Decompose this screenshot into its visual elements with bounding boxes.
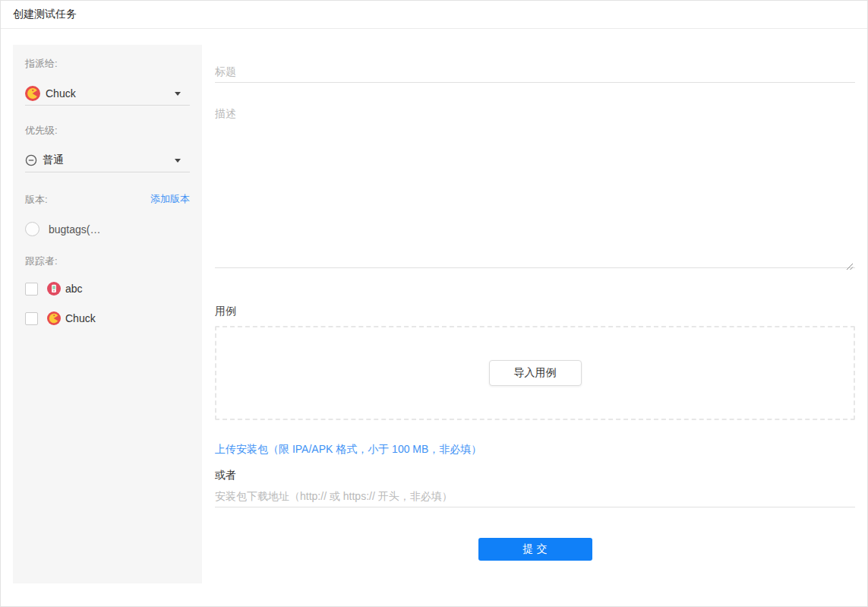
radio-unchecked-icon[interactable]	[25, 222, 39, 236]
package-url-input[interactable]	[215, 485, 855, 507]
circle-minus-icon	[25, 154, 37, 166]
assignee-label: 指派给:	[25, 58, 190, 68]
priority-select[interactable]: 普通	[25, 149, 190, 172]
checkbox-unchecked-icon[interactable]	[25, 312, 38, 325]
priority-value: 普通	[43, 153, 64, 167]
version-option-row[interactable]: bugtags(…	[25, 222, 190, 236]
or-label: 或者	[215, 469, 855, 480]
usecase-dropzone: 导入用例	[215, 326, 855, 420]
checkbox-unchecked-icon[interactable]	[25, 283, 38, 296]
import-usecase-button[interactable]: 导入用例	[489, 360, 582, 386]
assignee-select[interactable]: Chuck	[25, 82, 190, 106]
usecase-label: 用例	[215, 305, 855, 316]
title-input[interactable]	[215, 60, 855, 83]
device-avatar-icon	[47, 282, 61, 296]
follower-row-chuck[interactable]: Chuck	[25, 311, 190, 325]
task-form: 用例 导入用例 上传安装包（限 IPA/APK 格式，小于 100 MB，非必填…	[202, 45, 855, 583]
description-textarea[interactable]	[215, 103, 855, 268]
sidebar: 指派给: Chuck 优先级:	[13, 45, 202, 583]
resize-grip-icon[interactable]	[846, 260, 854, 267]
add-version-link[interactable]: 添加版本	[150, 192, 190, 206]
create-test-task-page: 创建测试任务 指派给: Chuck 优先级:	[0, 0, 868, 607]
followers-label: 跟踪者:	[25, 256, 190, 266]
pacman-avatar-icon	[47, 311, 61, 325]
follower-name: abc	[65, 283, 83, 295]
version-header: 版本: 添加版本	[25, 192, 190, 206]
submit-button[interactable]: 提 交	[478, 538, 592, 561]
priority-label: 优先级:	[25, 125, 190, 135]
upload-package-link[interactable]: 上传安装包（限 IPA/APK 格式，小于 100 MB，非必填）	[215, 444, 481, 454]
follower-name: Chuck	[65, 312, 96, 324]
assignee-value: Chuck	[46, 87, 76, 100]
version-label: 版本:	[25, 194, 48, 204]
page-title: 创建测试任务	[13, 8, 77, 21]
description-field	[215, 103, 855, 271]
follower-row-abc[interactable]: abc	[25, 282, 190, 296]
chevron-down-icon	[175, 92, 181, 96]
page-content: 指派给: Chuck 优先级:	[1, 29, 867, 583]
page-header: 创建测试任务	[1, 1, 867, 29]
chevron-down-icon	[175, 159, 181, 163]
version-option-label: bugtags(…	[49, 223, 100, 236]
pacman-avatar-icon	[25, 86, 40, 101]
